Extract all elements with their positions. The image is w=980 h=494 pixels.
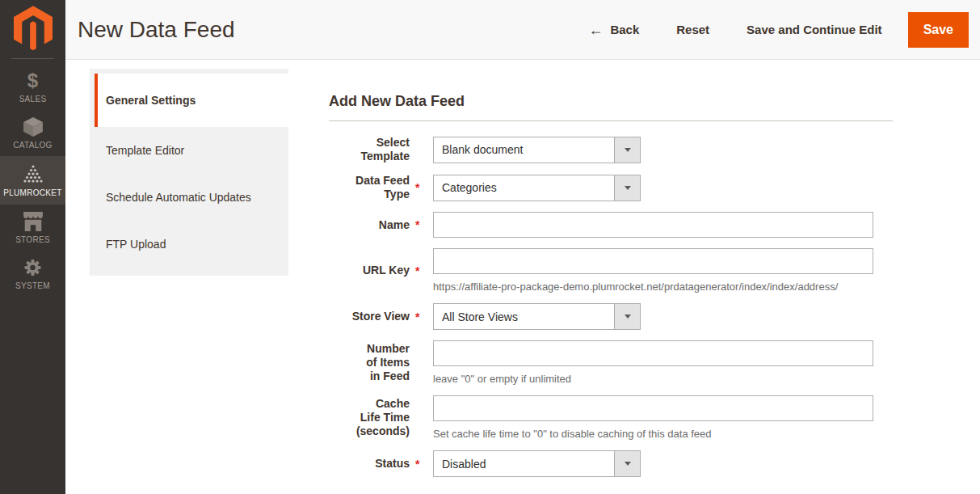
sidebar-item-label: PLUMROCKET (3, 188, 61, 197)
field-label: Data Feed Type (329, 174, 410, 201)
tab-general-settings[interactable]: General Settings (95, 74, 288, 127)
field-status: Status * Disabled (329, 450, 893, 477)
dropdown-open-button[interactable] (614, 137, 640, 163)
dollar-icon: $ (27, 70, 38, 91)
admin-sidebar: $ SALES CATALOG (0, 0, 65, 494)
tab-label: FTP Upload (106, 238, 166, 251)
dropdown-open-button[interactable] (614, 451, 640, 476)
name-input[interactable] (433, 212, 873, 238)
field-label: Number of Items in Feed (329, 342, 410, 383)
dropdown-value: Categories (434, 175, 614, 201)
dot-pyramid-icon (21, 164, 45, 185)
number-of-items-input[interactable] (433, 340, 873, 366)
magento-logo-icon (14, 6, 53, 51)
field-select-template: Select Template Blank document (329, 136, 893, 163)
page-title: New Data Feed (78, 17, 588, 43)
cache-life-time-input[interactable] (433, 395, 873, 421)
main-column: New Data Feed ← Back Reset Save and Cont… (65, 0, 980, 494)
chevron-down-icon (625, 186, 631, 190)
chevron-down-icon (625, 315, 631, 319)
settings-tab-list: General Settings Template Editor Schedul… (90, 69, 288, 276)
chevron-down-icon (625, 462, 631, 466)
tab-ftp-upload[interactable]: FTP Upload (90, 221, 288, 268)
required-mark: * (410, 458, 433, 471)
dropdown-value: All Store Views (434, 304, 614, 329)
divider (11, 58, 54, 59)
sidebar-item-plumrocket[interactable]: PLUMROCKET (0, 156, 65, 205)
url-key-note: https://affiliate-pro-package-demo.plumr… (433, 281, 893, 293)
number-of-items-note: leave "0" or empty if unlimited (433, 373, 893, 385)
field-url-key: URL Key * https://affiliate-pro-package-… (329, 248, 893, 293)
sidebar-item-catalog[interactable]: CATALOG (0, 110, 65, 156)
form-rows: Select Template Blank document (329, 136, 893, 477)
form-heading: Add New Data Feed (329, 93, 893, 121)
url-key-input[interactable] (433, 248, 873, 274)
dropdown-open-button[interactable] (614, 175, 640, 201)
store-view-dropdown[interactable]: All Store Views (433, 303, 641, 330)
field-label: Cache Life Time (seconds) (329, 397, 410, 438)
tab-label: Template Editor (106, 144, 184, 157)
admin-app: $ SALES CATALOG (0, 0, 980, 494)
reset-button[interactable]: Reset (676, 23, 709, 36)
sidebar-item-label: CATALOG (13, 141, 52, 150)
data-feed-type-dropdown[interactable]: Categories (433, 175, 641, 201)
cache-life-time-note: Set cache life time to "0" to disable ca… (433, 428, 893, 440)
new-data-feed-form: Add New Data Feed Select Template Blank … (329, 69, 893, 488)
back-button[interactable]: ← Back (588, 23, 639, 37)
field-name: Name * (329, 212, 893, 238)
back-button-label: Back (610, 23, 639, 36)
storefront-icon (23, 211, 44, 232)
save-button[interactable]: Save (908, 12, 969, 48)
field-label: Name (329, 218, 410, 232)
sidebar-item-sales[interactable]: $ SALES (0, 64, 65, 110)
sidebar-item-label: SALES (19, 95, 47, 103)
select-template-dropdown[interactable]: Blank document (433, 137, 641, 163)
chevron-down-icon (625, 148, 631, 152)
save-and-continue-button[interactable]: Save and Continue Edit (747, 23, 882, 36)
sidebar-menu: $ SALES CATALOG (0, 64, 65, 297)
status-dropdown[interactable]: Disabled (433, 450, 641, 477)
field-label: Store View (329, 310, 410, 323)
required-mark: * (410, 310, 433, 323)
field-label: Select Template (329, 136, 410, 163)
back-arrow-icon: ← (588, 23, 603, 37)
sidebar-item-stores[interactable]: STORES (0, 205, 65, 251)
required-mark: * (410, 181, 433, 194)
tab-label: General Settings (106, 94, 196, 107)
page-actions: ← Back Reset Save and Continue Edit Save (588, 12, 969, 48)
sidebar-item-label: SYSTEM (15, 281, 50, 290)
package-icon (23, 116, 44, 137)
tab-template-editor[interactable]: Template Editor (90, 127, 288, 174)
sidebar-item-label: STORES (15, 235, 50, 244)
required-mark: * (410, 264, 433, 277)
sidebar-item-system[interactable]: SYSTEM (0, 251, 65, 297)
required-mark: * (410, 218, 433, 231)
page-header: New Data Feed ← Back Reset Save and Cont… (65, 0, 980, 60)
field-store-view: Store View * All Store Views (329, 303, 893, 330)
field-cache-life-time: Cache Life Time (seconds) Set cache life… (329, 395, 893, 440)
magento-logo[interactable] (0, 0, 65, 57)
tab-label: Schedule Automatic Updates (106, 191, 251, 204)
field-number-of-items-in-feed: Number of Items in Feed leave "0" or emp… (329, 340, 893, 385)
dropdown-value: Blank document (434, 137, 614, 163)
gear-icon (23, 257, 43, 278)
field-data-feed-type: Data Feed Type * Categories (329, 174, 893, 201)
field-label: URL Key (329, 264, 410, 277)
tab-schedule-automatic-updates[interactable]: Schedule Automatic Updates (90, 174, 288, 221)
field-label: Status (329, 457, 410, 471)
dropdown-value: Disabled (434, 451, 614, 476)
page-content: General Settings Template Editor Schedul… (65, 60, 980, 488)
dropdown-open-button[interactable] (614, 304, 640, 329)
